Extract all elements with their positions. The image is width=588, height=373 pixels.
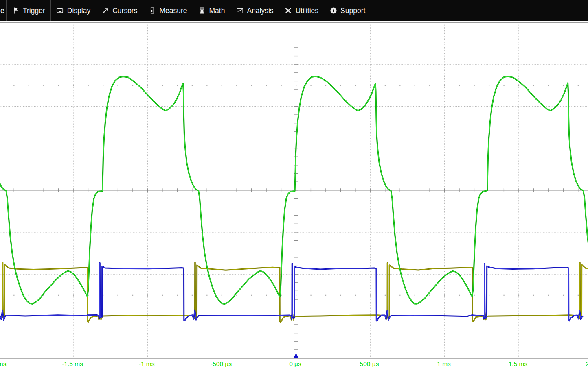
menu-item-analysis[interactable]: Analysis (230, 0, 279, 21)
menu-item-label: Cursors (112, 7, 137, 15)
menu-item-label: Support (340, 7, 365, 15)
chart-icon (236, 7, 244, 15)
cursor-arrow-icon (101, 7, 109, 15)
menu-item-measure[interactable]: Measure (143, 0, 193, 21)
clipped-menu-label: e (0, 7, 4, 15)
traces (0, 76, 588, 322)
display-icon (56, 7, 64, 15)
time-axis-label: -1 ms (139, 360, 155, 367)
tools-icon (285, 7, 292, 15)
menu-item-math[interactable]: Math (193, 0, 231, 21)
menu-item-label: Measure (159, 7, 187, 15)
menu-item-utilities[interactable]: Utilities (279, 0, 324, 21)
time-axis-label: 1.5 ms (509, 360, 528, 367)
ruler-icon (148, 7, 156, 15)
flag-icon (12, 7, 20, 15)
menu-item-support[interactable]: Support (324, 0, 371, 21)
waveform-display[interactable]: -2 ms-1.5 ms-1 ms-500 µs0 µs500 µs1 ms1.… (0, 21, 588, 373)
time-axis-label: 0 µs (289, 360, 301, 367)
calculator-icon (198, 7, 206, 15)
time-axis-label: -1.5 ms (62, 360, 83, 367)
time-axis-label: -500 µs (211, 360, 232, 367)
time-axis-labels: -2 ms-1.5 ms-1 ms-500 µs0 µs500 µs1 ms1.… (0, 360, 588, 367)
menu-item-trigger[interactable]: Trigger (7, 0, 51, 21)
menu-item-label: Trigger (23, 7, 45, 15)
time-axis-label: 500 µs (360, 360, 379, 367)
scope-graticule: -2 ms-1.5 ms-1 ms-500 µs0 µs500 µs1 ms1.… (0, 21, 588, 373)
time-axis-label: 2 ms (586, 360, 588, 367)
menu-bar: e TriggerDisplayCursorsMeasureMathAnalys… (0, 0, 588, 21)
info-icon (329, 7, 337, 15)
time-axis-label: 1 ms (437, 360, 451, 367)
menu-item-label: Math (209, 7, 225, 15)
menu-item-clipped[interactable]: e (0, 0, 7, 21)
menu-item-label: Display (67, 7, 90, 15)
time-axis-label: -2 ms (0, 360, 7, 367)
menu-item-label: Utilities (296, 7, 318, 15)
menu-item-label: Analysis (247, 7, 273, 15)
trigger-time-marker[interactable] (294, 353, 299, 358)
menu-item-cursors[interactable]: Cursors (96, 0, 143, 21)
menu-item-display[interactable]: Display (51, 0, 96, 21)
